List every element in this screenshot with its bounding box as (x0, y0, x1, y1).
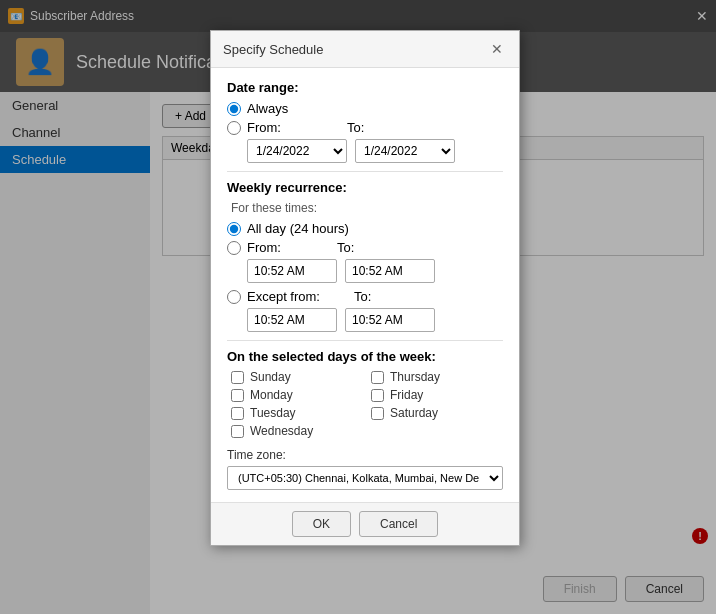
tuesday-label: Tuesday (250, 406, 296, 420)
except-label: Except from: (247, 289, 320, 304)
always-label: Always (247, 101, 288, 116)
dialog-titlebar: Specify Schedule ✕ (211, 31, 519, 68)
thursday-row: Thursday (371, 370, 503, 384)
to-time-spinbox[interactable]: ▲ ▼ (345, 259, 435, 283)
weekly-recurrence-label: Weekly recurrence: (227, 180, 503, 195)
from-time-spinbox[interactable]: ▲ ▼ (247, 259, 337, 283)
time-from-row: ▲ ▼ ▲ ▼ (247, 259, 503, 283)
wednesday-label: Wednesday (250, 424, 313, 438)
weekly-recurrence-section: Weekly recurrence: For these times: All … (227, 180, 503, 332)
to-date-select[interactable]: 1/24/2022 (355, 139, 455, 163)
cancel-button[interactable]: Cancel (359, 511, 438, 537)
sunday-row: Sunday (231, 370, 363, 384)
thursday-checkbox[interactable] (371, 371, 384, 384)
saturday-checkbox[interactable] (371, 407, 384, 420)
time-to-label: To: (337, 240, 354, 255)
dialog-title: Specify Schedule (223, 42, 323, 57)
monday-row: Monday (231, 388, 363, 402)
days-of-week-section: On the selected days of the week: Sunday… (227, 349, 503, 438)
from-date-select[interactable]: 1/24/2022 (247, 139, 347, 163)
from-radio[interactable] (227, 121, 241, 135)
tuesday-row: Tuesday (231, 406, 363, 420)
except-to-label: To: (354, 289, 371, 304)
from-time-input[interactable] (248, 261, 337, 281)
monday-label: Monday (250, 388, 293, 402)
ok-button[interactable]: OK (292, 511, 351, 537)
specify-schedule-dialog: Specify Schedule ✕ Date range: Always Fr… (210, 30, 520, 546)
except-from-spinbox[interactable]: ▲ ▼ (247, 308, 337, 332)
to-label-date: To: (347, 120, 364, 135)
date-range-label: Date range: (227, 80, 503, 95)
dialog-close-button[interactable]: ✕ (487, 39, 507, 59)
except-to-input[interactable] (346, 310, 435, 330)
time-from-radio[interactable] (227, 241, 241, 255)
timezone-section: Time zone: (UTC+05:30) Chennai, Kolkata,… (227, 448, 503, 490)
to-time-input[interactable] (346, 261, 435, 281)
dialog-body: Date range: Always From: To: 1/24/2022 1… (211, 68, 519, 502)
wednesday-row: Wednesday (231, 424, 363, 438)
from-label: From: (247, 120, 281, 135)
except-from-input[interactable] (248, 310, 337, 330)
saturday-label: Saturday (390, 406, 438, 420)
monday-checkbox[interactable] (231, 389, 244, 402)
allday-label: All day (24 hours) (247, 221, 349, 236)
time-from-label: From: (247, 240, 281, 255)
thursday-label: Thursday (390, 370, 440, 384)
wednesday-checkbox[interactable] (231, 425, 244, 438)
timezone-label: Time zone: (227, 448, 503, 462)
separator-1 (227, 171, 503, 172)
days-label: On the selected days of the week: (227, 349, 503, 364)
separator-2 (227, 340, 503, 341)
friday-label: Friday (390, 388, 423, 402)
for-times-label: For these times: (231, 201, 503, 215)
saturday-row: Saturday (371, 406, 503, 420)
except-to-spinbox[interactable]: ▲ ▼ (345, 308, 435, 332)
except-time-row: ▲ ▼ ▲ ▼ (247, 308, 503, 332)
timezone-select[interactable]: (UTC+05:30) Chennai, Kolkata, Mumbai, Ne… (227, 466, 503, 490)
allday-radio[interactable] (227, 222, 241, 236)
except-radio[interactable] (227, 290, 241, 304)
from-radio-row: From: To: (227, 120, 503, 135)
always-radio-row: Always (227, 101, 503, 116)
sunday-label: Sunday (250, 370, 291, 384)
allday-radio-row: All day (24 hours) (227, 221, 503, 236)
tuesday-checkbox[interactable] (231, 407, 244, 420)
friday-checkbox[interactable] (371, 389, 384, 402)
date-range-section: Date range: Always From: To: 1/24/2022 1… (227, 80, 503, 163)
sunday-checkbox[interactable] (231, 371, 244, 384)
dialog-footer: OK Cancel (211, 502, 519, 545)
days-grid: Sunday Thursday Monday Friday (231, 370, 503, 438)
time-from-radio-row: From: To: (227, 240, 503, 255)
friday-row: Friday (371, 388, 503, 402)
except-radio-row: Except from: To: (227, 289, 503, 304)
date-fields-row: 1/24/2022 1/24/2022 (247, 139, 503, 163)
always-radio[interactable] (227, 102, 241, 116)
